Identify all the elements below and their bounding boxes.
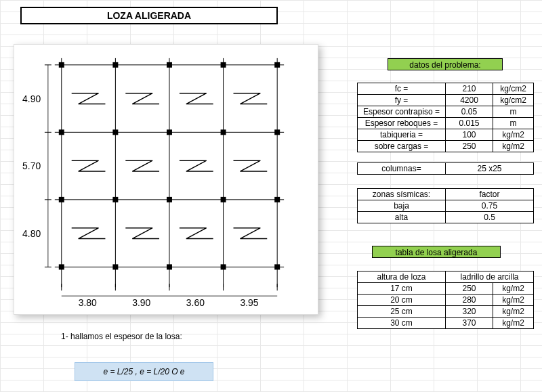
datos-value: 210	[446, 83, 493, 95]
datos-unit: kg/m2	[493, 129, 534, 141]
datos-unit: m	[493, 106, 534, 118]
svg-rect-26	[167, 264, 172, 269]
sismica-h2: factor	[446, 189, 534, 200]
datos-value: 250	[446, 141, 493, 152]
sismica-h1: zonas sísmicas:	[358, 189, 446, 200]
sismica-factor: 0.75	[446, 200, 534, 212]
losa-h2: ladrillo de arcilla	[446, 271, 534, 283]
losa-v: 280	[446, 295, 493, 306]
svg-rect-16	[167, 129, 172, 135]
losa-u: kg/m2	[493, 283, 534, 295]
sismica-factor: 0.5	[446, 212, 534, 223]
datos-value: 100	[446, 129, 493, 141]
svg-rect-10	[112, 62, 118, 68]
svg-rect-12	[221, 62, 226, 68]
svg-rect-19	[59, 197, 64, 202]
datos-unit: m	[493, 118, 534, 129]
table-row: sobre cargas =250kg/m2	[358, 141, 534, 152]
page-title: LOZA ALIGERADA	[20, 7, 278, 24]
datos-label: Espesor reboques =	[358, 118, 446, 129]
columnas-value: 25 x25	[446, 163, 534, 175]
table-row: Espesor contrapiso =0.05m	[358, 106, 534, 118]
slab-plan-diagram: 4.90 5.70 4.80 3.80 3.90 3.60 3.95	[14, 44, 318, 315]
row-dim-0: 4.90	[22, 93, 41, 104]
svg-rect-11	[167, 62, 172, 68]
svg-rect-28	[274, 264, 280, 269]
datos-unit: kg/m2	[493, 141, 534, 152]
losa-v: 250	[446, 283, 493, 295]
datos-label: fc =	[358, 83, 446, 95]
page-title-text: LOZA ALIGERADA	[107, 10, 191, 21]
formula-box: e = L/25 , e = L/20 O e	[75, 362, 213, 381]
sismica-zone: alta	[358, 212, 446, 223]
table-row: zonas sísmicas: factor	[358, 189, 534, 200]
table-row: altura de loza ladrillo de arcilla	[358, 271, 534, 283]
datos-value: 0.015	[446, 118, 493, 129]
header-tabla: tabla de losa aligerada	[372, 246, 501, 258]
svg-rect-21	[167, 197, 172, 202]
col-dim-0: 3.80	[79, 297, 97, 308]
table-row: Espesor reboques =0.015m	[358, 118, 534, 129]
table-row: baja 0.75	[358, 200, 534, 212]
col-dim-1: 3.90	[132, 297, 150, 308]
header-datos: datos del problema:	[388, 58, 503, 70]
header-tabla-text: tabla de losa aligerada	[396, 248, 478, 257]
losa-h: 17 cm	[358, 283, 446, 295]
datos-label: fy =	[358, 95, 446, 106]
datos-label: tabiqueria =	[358, 129, 446, 141]
losa-v: 370	[446, 318, 493, 329]
table-row: 20 cm280kg/m2	[358, 295, 534, 306]
svg-rect-14	[59, 129, 64, 135]
row-dim-1: 5.70	[22, 160, 41, 171]
col-dim-2: 3.60	[186, 297, 205, 308]
table-datos: fc =210kg/cm2 fy =4200kg/cm2 Espesor con…	[357, 83, 534, 152]
table-row: fy =4200kg/cm2	[358, 95, 534, 106]
table-row: 25 cm320kg/m2	[358, 306, 534, 318]
slab-plan-svg: 4.90 5.70 4.80 3.80 3.90 3.60 3.95	[14, 45, 318, 314]
losa-u: kg/m2	[493, 295, 534, 306]
svg-rect-15	[112, 129, 118, 135]
svg-rect-25	[112, 264, 118, 269]
table-row: columnas= 25 x25	[358, 163, 534, 175]
losa-h1: altura de loza	[358, 271, 446, 283]
svg-rect-24	[59, 264, 64, 269]
columnas-label: columnas=	[358, 163, 446, 175]
table-row: 17 cm250kg/m2	[358, 283, 534, 295]
footnote-text: 1- hallamos el espesor de la losa:	[61, 332, 182, 341]
losa-u: kg/m2	[493, 318, 534, 329]
svg-rect-22	[221, 197, 226, 202]
losa-h: 25 cm	[358, 306, 446, 318]
sismica-zone: baja	[358, 200, 446, 212]
col-dim-3: 3.95	[240, 297, 258, 308]
table-losa: altura de loza ladrillo de arcilla 17 cm…	[357, 271, 534, 329]
svg-rect-9	[59, 62, 64, 68]
svg-rect-27	[221, 264, 226, 269]
datos-unit: kg/cm2	[493, 83, 534, 95]
footnote: 1- hallamos el espesor de la losa:	[61, 332, 182, 341]
datos-label: Espesor contrapiso =	[358, 106, 446, 118]
datos-unit: kg/cm2	[493, 95, 534, 106]
table-row: fc =210kg/cm2	[358, 83, 534, 95]
table-row: alta 0.5	[358, 212, 534, 223]
losa-h: 20 cm	[358, 295, 446, 306]
losa-v: 320	[446, 306, 493, 318]
table-row: 30 cm370kg/m2	[358, 318, 534, 329]
losa-u: kg/m2	[493, 306, 534, 318]
svg-rect-18	[274, 129, 280, 135]
datos-value: 0.05	[446, 106, 493, 118]
table-row: tabiqueria =100kg/m2	[358, 129, 534, 141]
datos-value: 4200	[446, 95, 493, 106]
svg-rect-20	[112, 197, 118, 202]
table-sismica: zonas sísmicas: factor baja 0.75 alta 0.…	[357, 188, 534, 223]
svg-rect-13	[274, 62, 280, 68]
datos-label: sobre cargas =	[358, 141, 446, 152]
table-columnas: columnas= 25 x25	[357, 162, 534, 175]
svg-rect-23	[274, 197, 280, 202]
row-dim-2: 4.80	[22, 228, 41, 239]
formula-text: e = L/25 , e = L/20 O e	[103, 367, 184, 376]
svg-rect-17	[221, 129, 226, 135]
losa-h: 30 cm	[358, 318, 446, 329]
header-datos-text: datos del problema:	[409, 60, 480, 70]
